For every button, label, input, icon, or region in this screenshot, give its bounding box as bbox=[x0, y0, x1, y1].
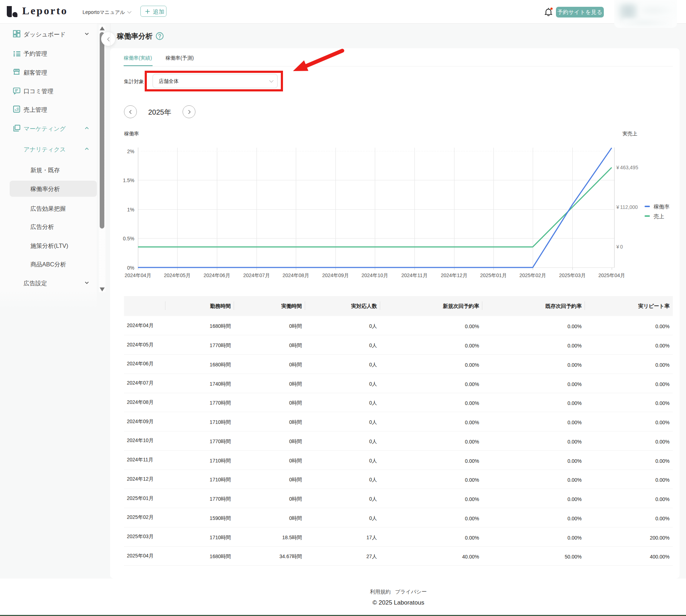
svg-text:2024年07月: 2024年07月 bbox=[243, 272, 270, 278]
svg-text:¥ 0: ¥ 0 bbox=[616, 244, 623, 250]
svg-text:2024年06月: 2024年06月 bbox=[204, 272, 230, 278]
svg-text:2024年10月: 2024年10月 bbox=[362, 272, 388, 278]
svg-text:¥ 112,000: ¥ 112,000 bbox=[616, 204, 638, 210]
svg-text:0.5%: 0.5% bbox=[123, 236, 134, 241]
svg-text:0%: 0% bbox=[127, 265, 134, 271]
svg-text:2025年01月: 2025年01月 bbox=[480, 272, 507, 278]
svg-text:2024年04月: 2024年04月 bbox=[125, 272, 151, 278]
svg-text:2025年03月: 2025年03月 bbox=[559, 272, 586, 278]
svg-text:2024年12月: 2024年12月 bbox=[441, 272, 468, 278]
svg-text:¥ 463,495: ¥ 463,495 bbox=[616, 165, 638, 170]
svg-text:1%: 1% bbox=[127, 207, 134, 212]
svg-text:2025年04月: 2025年04月 bbox=[598, 272, 625, 278]
svg-text:2024年11月: 2024年11月 bbox=[401, 272, 428, 278]
svg-text:2%: 2% bbox=[127, 149, 134, 154]
svg-text:2024年09月: 2024年09月 bbox=[322, 272, 349, 278]
svg-text:2024年08月: 2024年08月 bbox=[283, 272, 309, 278]
svg-text:2025年02月: 2025年02月 bbox=[520, 272, 546, 278]
svg-text:2024年05月: 2024年05月 bbox=[164, 272, 191, 278]
svg-text:1.5%: 1.5% bbox=[123, 177, 134, 183]
